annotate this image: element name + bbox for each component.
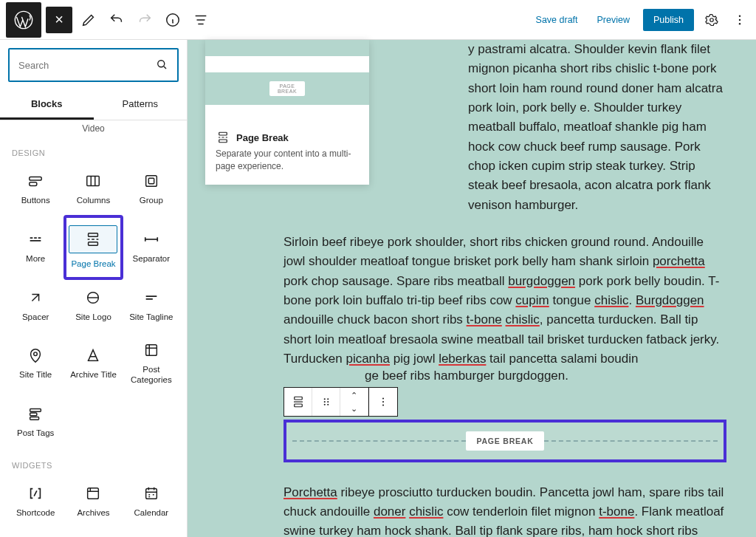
svg-point-29 (327, 400, 329, 402)
block-preview-description: Separate your content into a multi-page … (216, 148, 359, 173)
svg-point-32 (382, 397, 384, 399)
block-item-shortcode[interactable]: Shortcode (7, 476, 63, 527)
svg-point-33 (382, 400, 384, 402)
svg-rect-22 (88, 488, 99, 499)
block-item-site-logo[interactable]: Site Logo (65, 280, 121, 332)
svg-point-26 (323, 398, 325, 400)
svg-rect-24 (294, 397, 302, 400)
undo-icon[interactable] (105, 7, 128, 33)
tab-blocks[interactable]: Blocks (0, 90, 94, 120)
search-input-wrapper[interactable] (8, 48, 179, 82)
svg-point-2 (710, 18, 714, 21)
block-item-post-categories[interactable]: Post Categories (123, 332, 179, 394)
columns-icon (84, 172, 102, 190)
svg-rect-23 (145, 488, 157, 499)
more-icon (27, 230, 44, 248)
block-item-label: Site Title (19, 370, 52, 380)
publish-button[interactable]: Publish (643, 9, 694, 31)
svg-point-8 (158, 60, 165, 66)
svg-point-34 (382, 404, 384, 406)
paragraph-block[interactable]: Porchetta ribeye prosciutto turducken bo… (284, 483, 726, 538)
block-item-label: Archives (77, 508, 109, 519)
block-item-buttons[interactable]: Buttons (7, 163, 63, 215)
block-item-site-title[interactable]: Site Title (7, 332, 63, 394)
svg-point-3 (739, 15, 740, 16)
category-design-heading: DESIGN (12, 148, 179, 157)
spacer-icon (27, 289, 44, 307)
block-item-calendar[interactable]: Calendar (123, 476, 179, 527)
svg-rect-13 (148, 178, 154, 183)
svg-point-27 (327, 398, 329, 400)
chevron-down-icon: ⌄ (351, 402, 357, 415)
block-item-label: Columns (77, 196, 110, 206)
block-item-label: Group (140, 196, 163, 206)
page-break-icon (84, 230, 102, 248)
block-item-label: Archive Title (70, 370, 117, 380)
block-item-columns[interactable]: Columns (65, 163, 121, 215)
site-title-icon (27, 346, 44, 364)
archives-icon (84, 485, 102, 502)
site-tagline-icon (142, 289, 160, 307)
redo-icon[interactable] (133, 7, 157, 33)
block-item-label: Spacer (22, 312, 49, 323)
close-inserter-button[interactable]: × (46, 7, 72, 33)
block-item-archive-title[interactable]: Archive Title (65, 332, 121, 394)
svg-rect-18 (145, 345, 157, 356)
tab-patterns[interactable]: Patterns (94, 90, 188, 120)
block-preview-title: Page Break (236, 132, 289, 143)
svg-rect-19 (30, 409, 41, 412)
shortcode-icon (27, 485, 44, 502)
info-icon[interactable] (161, 7, 185, 33)
block-item-site-tagline[interactable]: Site Tagline (123, 280, 179, 332)
block-item-label: Calendar (134, 508, 168, 519)
category-widgets-heading: WIDGETS (12, 461, 179, 470)
paragraph-block[interactable]: y pastrami alcatra. Shoulder kevin flank… (468, 40, 726, 215)
move-up-down[interactable]: ⌃⌄ (340, 388, 368, 416)
page-break-block[interactable]: PAGE BREAK (284, 420, 726, 462)
block-preview-thumbnail: PAGE BREAK (205, 40, 369, 121)
preview-button[interactable]: Preview (591, 10, 636, 30)
block-item-post-tags[interactable]: Post Tags (7, 396, 63, 448)
block-item-spacer[interactable]: Spacer (7, 280, 63, 332)
block-type-icon[interactable] (284, 388, 312, 416)
block-more-icon[interactable] (369, 388, 397, 416)
block-item-separator[interactable]: Separator (123, 216, 179, 278)
paragraph-block[interactable]: Sirloin beef ribeye pork shoulder, short… (284, 233, 726, 369)
wordpress-logo[interactable] (6, 2, 41, 38)
block-item-label: Separator (133, 254, 171, 264)
block-item-label: More (26, 254, 45, 264)
svg-point-28 (323, 400, 325, 402)
svg-rect-25 (294, 404, 302, 407)
svg-rect-10 (30, 182, 37, 186)
block-item-label: Post Tags (17, 428, 54, 439)
svg-rect-7 (219, 140, 227, 143)
block-item-label: Post Categories (126, 365, 176, 386)
more-options-icon[interactable] (729, 7, 750, 33)
settings-gear-icon[interactable] (701, 7, 722, 33)
edit-icon[interactable] (77, 7, 100, 33)
svg-rect-21 (30, 417, 39, 420)
separator-icon (142, 230, 160, 248)
prev-category-tail: Video (7, 120, 179, 135)
svg-point-5 (739, 23, 740, 24)
svg-rect-12 (145, 176, 157, 187)
list-view-icon[interactable] (189, 7, 213, 33)
block-item-group[interactable]: Group (123, 163, 179, 215)
save-draft-button[interactable]: Save draft (530, 10, 584, 30)
calendar-icon (142, 485, 160, 502)
drag-handle-icon[interactable] (312, 388, 340, 416)
svg-point-4 (739, 18, 740, 20)
block-item-more[interactable]: More (7, 216, 63, 278)
svg-rect-9 (30, 177, 42, 181)
search-input[interactable] (18, 60, 155, 71)
post-tags-icon (27, 405, 44, 423)
block-inserter-panel: Blocks Patterns Video DESIGN ButtonsColu… (0, 40, 188, 537)
svg-point-30 (323, 403, 325, 405)
block-item-label: Shortcode (16, 508, 55, 519)
block-item-page-break[interactable]: Page Break (65, 216, 121, 278)
paragraph-tail: ge beef ribs hamburger burgdoggen. (365, 369, 568, 383)
svg-rect-14 (89, 233, 98, 237)
block-item-archives[interactable]: Archives (65, 476, 121, 527)
block-toolbar: ⌃⌄ (284, 387, 398, 417)
chevron-up-icon: ⌃ (351, 389, 357, 402)
